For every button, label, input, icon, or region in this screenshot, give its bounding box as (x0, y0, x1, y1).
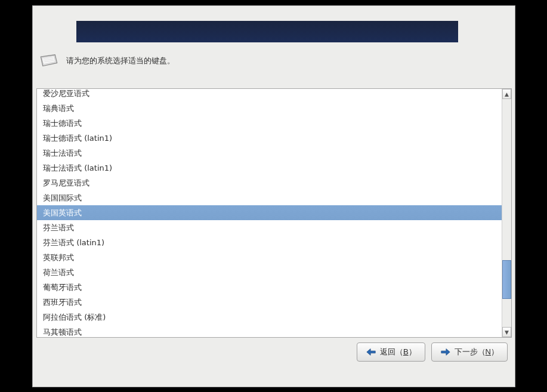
arrow-right-icon (440, 348, 451, 356)
next-button-label: 下一步（N） (455, 347, 499, 357)
chevron-down-icon: ▼ (505, 329, 509, 335)
list-item[interactable]: 瑞士德语式 (37, 116, 502, 131)
next-button[interactable]: 下一步（N） (431, 342, 508, 362)
list-item[interactable]: 西班牙语式 (37, 295, 502, 310)
intro-row: 请为您的系统选择适当的键盘。 (39, 53, 175, 69)
scrollbar: ▲ ▼ (502, 89, 512, 337)
banner (76, 21, 458, 42)
list-item[interactable]: 英联邦式 (37, 250, 502, 265)
list-item[interactable]: 瑞典语式 (37, 101, 502, 116)
back-button-label: 返回（B） (380, 347, 416, 357)
list-item[interactable]: 芬兰语式 (37, 220, 502, 235)
list-item[interactable]: 马其顿语式 (37, 325, 502, 337)
scroll-down-button[interactable]: ▼ (502, 327, 511, 337)
list-item[interactable]: 阿拉伯语式 (标准) (37, 310, 502, 325)
list-item[interactable]: 芬兰语式 (latin1) (37, 235, 502, 250)
keyboard-icon (39, 53, 59, 69)
chevron-up-icon: ▲ (505, 91, 509, 97)
arrow-left-icon (366, 348, 376, 356)
keyboard-listbox-frame: 爱沙尼亚语式瑞典语式瑞士德语式瑞士德语式 (latin1)瑞士法语式瑞士法语式 … (36, 88, 512, 338)
list-item[interactable]: 瑞士德语式 (latin1) (37, 131, 502, 146)
keyboard-listbox[interactable]: 爱沙尼亚语式瑞典语式瑞士德语式瑞士德语式 (latin1)瑞士法语式瑞士法语式 … (37, 89, 502, 337)
list-item[interactable]: 瑞士法语式 (latin1) (37, 160, 502, 175)
list-item[interactable]: 美国国际式 (37, 190, 502, 205)
scroll-thumb[interactable] (502, 260, 511, 299)
list-item[interactable]: 罗马尼亚语式 (37, 175, 502, 190)
list-item[interactable]: 爱沙尼亚语式 (37, 89, 502, 101)
intro-text: 请为您的系统选择适当的键盘。 (66, 55, 175, 66)
scroll-track[interactable] (502, 99, 511, 327)
scroll-up-button[interactable]: ▲ (502, 89, 511, 99)
list-item[interactable]: 荷兰语式 (37, 265, 502, 280)
button-row: 返回（B） 下一步（N） (357, 342, 508, 362)
list-item[interactable]: 瑞士法语式 (37, 146, 502, 160)
back-button[interactable]: 返回（B） (357, 342, 425, 362)
list-item[interactable]: 葡萄牙语式 (37, 280, 502, 295)
list-item[interactable]: 美国英语式 (37, 205, 502, 220)
installer-window: 请为您的系统选择适当的键盘。 爱沙尼亚语式瑞典语式瑞士德语式瑞士德语式 (lat… (32, 5, 515, 387)
